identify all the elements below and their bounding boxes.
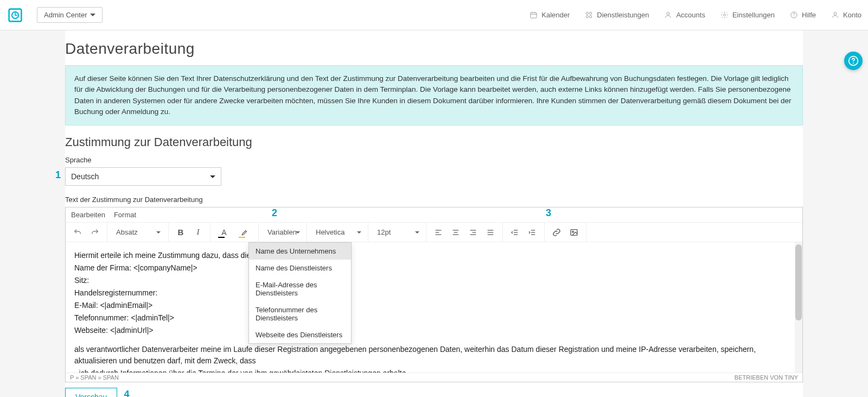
- callout-3: 3: [546, 207, 551, 219]
- svg-point-15: [794, 16, 794, 17]
- nav-konto[interactable]: Konto: [831, 11, 861, 19]
- caret-down-icon: [90, 14, 95, 16]
- link-button[interactable]: [549, 225, 564, 240]
- svg-rect-9: [590, 12, 592, 15]
- text-color-button[interactable]: A: [215, 225, 233, 240]
- svg-rect-8: [586, 12, 589, 15]
- size-select[interactable]: 12pt: [373, 225, 422, 240]
- caret-down-icon: [210, 175, 215, 178]
- nav-label: Einstellungen: [732, 11, 775, 19]
- highlight-icon: [241, 229, 248, 236]
- variable-option[interactable]: E-Mail-Adresse des Dienstleisters: [249, 276, 351, 301]
- info-box: Auf dieser Seite können Sie den Text Ihr…: [65, 65, 803, 125]
- link-icon: [552, 228, 561, 237]
- main-content: Datenverarbeitung Auf dieser Seite könne…: [65, 30, 803, 397]
- editor-line: als verantwortlicher Datenverarbeiter me…: [74, 344, 794, 367]
- nav-label: Konto: [843, 11, 861, 19]
- editor-toolbar: Absatz B I A: [66, 223, 802, 242]
- size-label: 12pt: [377, 228, 391, 236]
- variable-option[interactable]: Telefonnummer des Dienstleisters: [249, 301, 351, 326]
- help-bubble[interactable]: [844, 52, 863, 70]
- svg-point-16: [834, 12, 837, 15]
- outdent-button[interactable]: [507, 225, 522, 240]
- svg-rect-4: [531, 12, 537, 18]
- editor-line: Webseite: <|adminUrl|>: [74, 325, 794, 336]
- paragraph-select[interactable]: Absatz: [112, 225, 164, 240]
- section-title: Zustimmung zur Datenverarbeitung: [65, 135, 803, 149]
- variable-option[interactable]: Webseite des Dienstleisters: [249, 326, 351, 343]
- bg-color-button[interactable]: [235, 225, 254, 240]
- menu-edit[interactable]: Bearbeiten: [71, 211, 105, 219]
- editor-scrollbar[interactable]: [795, 242, 802, 373]
- nav-einstellungen[interactable]: Einstellungen: [720, 11, 775, 19]
- text-label: Text der Zustimmung zur Datenverarbeitun…: [65, 196, 803, 204]
- chevron-down-icon: [357, 231, 361, 234]
- variables-dropdown: Name des Unternehmens Name des Dienstlei…: [248, 242, 352, 344]
- variable-option[interactable]: Name des Unternehmens: [249, 243, 351, 260]
- top-nav: Admin Center Kalender Dienstleistungen A…: [0, 0, 868, 30]
- align-left-button[interactable]: [431, 225, 446, 240]
- nav-kalender[interactable]: Kalender: [529, 11, 570, 19]
- chevron-down-icon: [415, 231, 419, 234]
- nav-accounts[interactable]: Accounts: [664, 11, 705, 19]
- page-title: Datenverarbeitung: [65, 40, 803, 58]
- svg-point-36: [572, 231, 574, 232]
- rich-text-editor: Bearbeiten Format Absatz: [65, 207, 803, 382]
- callout-2: 2: [272, 207, 277, 219]
- editor-powered-by: BETRIEBEN VON TINY: [735, 374, 798, 381]
- callout-1: 1: [55, 169, 61, 181]
- nav-label: Hilfe: [802, 11, 816, 19]
- admin-center-label: Admin Center: [44, 11, 87, 19]
- menu-format[interactable]: Format: [114, 211, 136, 219]
- nav-label: Kalender: [541, 11, 570, 19]
- scrollbar-thumb[interactable]: [795, 244, 802, 320]
- bold-button[interactable]: B: [173, 225, 188, 240]
- font-label: Helvetica: [316, 228, 344, 236]
- nav-dienstleistungen[interactable]: Dienstleistungen: [585, 11, 649, 19]
- language-select[interactable]: Deutsch: [65, 167, 221, 186]
- redo-button[interactable]: [87, 225, 103, 240]
- variable-option[interactable]: Name des Dienstleisters: [249, 260, 351, 276]
- svg-point-38: [853, 62, 854, 64]
- align-justify-button[interactable]: [483, 225, 498, 240]
- svg-point-13: [724, 14, 726, 16]
- help-icon: [848, 55, 859, 66]
- variables-label: Variablen: [267, 228, 297, 236]
- editor-line: E-Mail: <|adminEmail|>: [74, 300, 794, 311]
- font-select[interactable]: Helvetica: [311, 225, 363, 240]
- help-icon: [790, 11, 798, 19]
- align-center-button[interactable]: [448, 225, 463, 240]
- chevron-down-icon: [156, 231, 161, 234]
- editor-line: Name der Firma: <|companyName|>: [74, 262, 794, 274]
- preview-button[interactable]: Vorschau: [65, 388, 117, 397]
- svg-point-12: [667, 12, 669, 15]
- svg-rect-10: [586, 16, 589, 18]
- admin-center-dropdown[interactable]: Admin Center: [37, 7, 103, 23]
- services-icon: [585, 11, 593, 19]
- editor-body[interactable]: Hiermit erteile ich meine Zustimmung daz…: [66, 242, 802, 373]
- editor-line: - ich dadurch Informationen über die Ter…: [74, 368, 794, 373]
- editor-line: Telefonnummer: <|adminTel|>: [74, 312, 794, 324]
- editor-statusbar: P » SPAN » SPAN BETRIEBEN VON TINY: [66, 373, 802, 382]
- undo-button[interactable]: [70, 225, 85, 240]
- app-logo: [7, 7, 24, 24]
- editor-path: P » SPAN » SPAN: [70, 374, 119, 381]
- image-icon: [570, 228, 578, 237]
- nav-label: Accounts: [676, 11, 705, 19]
- nav-hilfe[interactable]: Hilfe: [790, 11, 816, 19]
- indent-button[interactable]: [525, 225, 540, 240]
- user-icon: [831, 11, 839, 19]
- variables-select[interactable]: Variablen: [263, 225, 302, 240]
- editor-line: Handelsregisternummer:: [74, 287, 794, 299]
- callout-4: 4: [124, 389, 129, 398]
- accounts-icon: [664, 11, 672, 19]
- editor-line: Sitz:: [74, 275, 794, 286]
- language-value: Deutsch: [71, 172, 99, 181]
- align-right-button[interactable]: [465, 225, 481, 240]
- italic-button[interactable]: I: [190, 225, 206, 240]
- paragraph-label: Absatz: [116, 228, 138, 236]
- chevron-down-icon: [296, 231, 300, 234]
- language-label: Sprache: [65, 156, 803, 164]
- svg-rect-11: [590, 16, 592, 18]
- image-button[interactable]: [566, 225, 582, 240]
